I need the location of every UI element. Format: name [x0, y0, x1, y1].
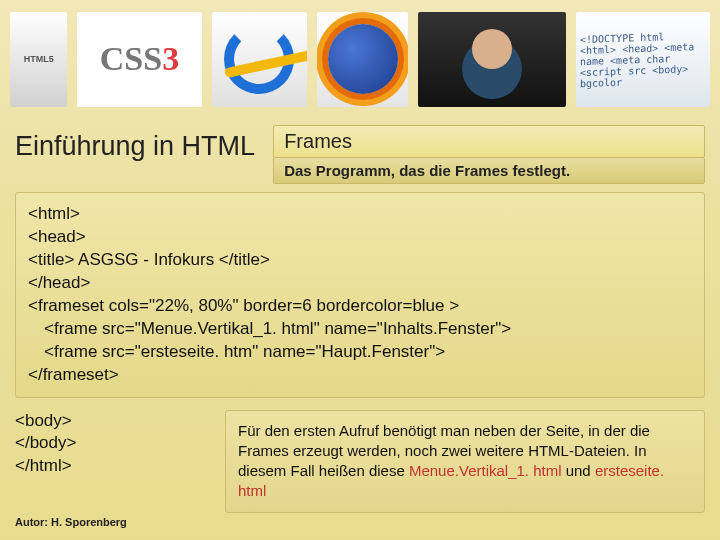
firefox-icon	[328, 24, 398, 94]
subheader: Einführung in HTML Frames Das Programm, …	[15, 125, 705, 184]
css3-text-prefix: CSS	[100, 40, 162, 78]
code-line: <html>	[28, 203, 692, 226]
code-scribble-text: <!DOCTYPE html <html> <head> <meta name …	[576, 25, 710, 93]
subheader-right: Frames Das Programm, das die Frames fest…	[273, 125, 705, 184]
code-line: </body>	[15, 432, 215, 455]
code-block-tail: <body> </body> </html>	[15, 410, 215, 513]
header-image-row: HTML5 CSS3 <!DOCTYPE html <html> <head> …	[0, 0, 720, 110]
section-subtitle: Das Programm, das die Frames festlegt.	[273, 157, 705, 184]
filename-1: Menue.Vertikal_1. html	[409, 462, 562, 479]
code-line: <frame src="ersteseite. htm" name="Haupt…	[44, 341, 692, 364]
person-icon	[472, 29, 512, 69]
code-line: </head>	[28, 272, 692, 295]
css3-logo-thumb: CSS3	[77, 12, 201, 107]
code-line: <head>	[28, 226, 692, 249]
explanation-note: Für den ersten Aufruf benötigt man neben…	[225, 410, 705, 513]
author-footer: Autor: H. Sporenberg	[15, 516, 127, 528]
ie-logo-thumb	[212, 12, 308, 107]
firefox-logo-thumb	[317, 12, 408, 107]
css3-text-suffix: 3	[162, 40, 179, 78]
code-line: <frame src="Menue.Vertikal_1. html" name…	[44, 318, 692, 341]
code-block-main: <html> <head> <title> ASGSG - Infokurs <…	[15, 192, 705, 398]
code-line: </html>	[15, 455, 215, 478]
bottom-row: <body> </body> </html> Für den ersten Au…	[15, 410, 705, 513]
slide-title: Einführung in HTML	[15, 125, 273, 184]
code-line: <title> ASGSG - Infokurs </title>	[28, 249, 692, 272]
speaker-photo-thumb	[418, 12, 566, 107]
html5-logo-thumb: HTML5	[10, 12, 67, 107]
ie-icon	[224, 24, 294, 94]
note-text: und	[562, 462, 595, 479]
code-photo-thumb: <!DOCTYPE html <html> <head> <meta name …	[576, 12, 710, 107]
code-line: </frameset>	[28, 364, 692, 387]
html5-caption: HTML5	[24, 54, 54, 64]
section-title: Frames	[273, 125, 705, 158]
code-line: <body>	[15, 410, 215, 433]
code-line: <frameset cols="22%, 80%" border=6 borde…	[28, 295, 692, 318]
